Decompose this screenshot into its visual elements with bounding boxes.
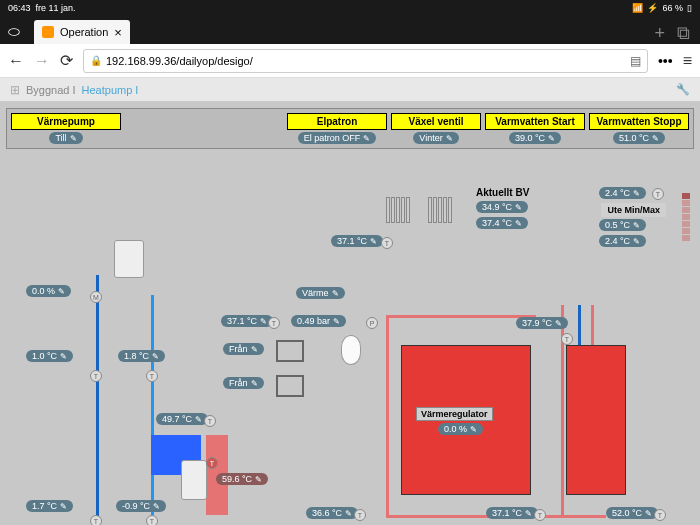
motor-icon: M	[90, 291, 102, 303]
pipe	[96, 275, 99, 525]
url-bar[interactable]: 🔒 192.168.99.36/dailyop/desigo/ ▤	[83, 49, 648, 73]
outdoor-max[interactable]: 2.4 °C✎	[599, 235, 646, 247]
heat-pump-unit	[114, 240, 144, 278]
temp-sensor: T	[534, 509, 546, 521]
control-vv-stopp: Varmvatten Stopp 51.0 °C✎	[589, 113, 689, 144]
tools-icon[interactable]: 🔧	[676, 83, 690, 96]
temp-reading-hot[interactable]: 59.6 °C✎	[216, 473, 268, 485]
temp-sensor: T	[652, 188, 664, 200]
status-bar: 06:43 fre 11 jan. 📶⚡66 %▯	[0, 0, 700, 16]
ute-minmax-label: Ute Min/Max	[601, 203, 666, 217]
outdoor-temp[interactable]: 2.4 °C✎	[599, 187, 646, 199]
pressure-reading[interactable]: 0.49 bar✎	[291, 315, 346, 327]
temp-reading[interactable]: 1.7 °C✎	[26, 500, 73, 512]
grid-icon[interactable]: ⊞	[10, 83, 20, 97]
controls-panel: Värmepump Till✎ Elpatron El patron OFF✎ …	[6, 108, 694, 149]
fran-chip[interactable]: Från✎	[223, 343, 264, 355]
battery-icon: ⚡	[647, 3, 658, 13]
menu-icon[interactable]: ≡	[683, 52, 692, 70]
tab-bar: ⬭ Operation × + ⧉	[0, 16, 700, 44]
temp-reading[interactable]: -0.9 °C✎	[116, 500, 166, 512]
back-button[interactable]: ←	[8, 52, 24, 70]
reader-icon[interactable]: ▤	[630, 54, 641, 68]
control-varmepump: Värmepump Till✎	[11, 113, 121, 144]
temp-sensor: T	[381, 237, 393, 249]
control-vv-start: Varmvatten Start 39.0 °C✎	[485, 113, 585, 144]
radiator-icon	[386, 197, 426, 223]
favicon	[42, 26, 54, 38]
breadcrumb-root[interactable]: Byggnad I	[26, 84, 76, 96]
hot-water-tank	[566, 345, 626, 495]
temp-reading[interactable]: 37.1 °C✎	[331, 235, 383, 247]
aktuellt-bv-label: Aktuellt BV	[476, 187, 529, 198]
control-header: Varmvatten Stopp	[589, 113, 689, 130]
pressure-sensor: P	[366, 317, 378, 329]
varme-chip[interactable]: Värme✎	[296, 287, 345, 299]
temp-reading[interactable]: 49.7 °C✎	[156, 413, 208, 425]
tank-top-temp[interactable]: 37.9 °C✎	[516, 317, 568, 329]
control-header: Värmepump	[11, 113, 121, 130]
breadcrumb: ⊞ Byggnad I Heatpump I 🔧	[0, 78, 700, 102]
outdoor-min[interactable]: 0.5 °C✎	[599, 219, 646, 231]
regulator-value[interactable]: 0.0 %✎	[438, 423, 483, 435]
breadcrumb-current[interactable]: Heatpump I	[82, 84, 139, 96]
pipe	[151, 295, 154, 515]
control-header: Växel ventil	[391, 113, 481, 130]
url-text: 192.168.99.36/dailyop/desigo/	[106, 55, 253, 67]
radiator-icon	[428, 197, 468, 223]
bv-value[interactable]: 34.9 °C✎	[476, 201, 528, 213]
pipe	[578, 305, 581, 345]
heating-coil	[276, 340, 304, 362]
temp-sensor: T	[146, 515, 158, 525]
new-tab-icon[interactable]: +	[654, 23, 665, 44]
page-actions[interactable]: •••	[658, 53, 673, 69]
temp-sensor: T	[90, 370, 102, 382]
control-value[interactable]: El patron OFF✎	[298, 132, 377, 144]
tabs-icon[interactable]: ⧉	[677, 23, 690, 44]
pipe	[386, 315, 536, 318]
temp-reading[interactable]: 52.0 °C✎	[606, 507, 658, 519]
regulator-label: Värmeregulator	[416, 407, 493, 421]
bv2-value[interactable]: 37.4 °C✎	[476, 217, 528, 229]
control-elpatron: Elpatron El patron OFF✎	[287, 113, 387, 144]
fran-chip[interactable]: Från✎	[223, 377, 264, 389]
level-indicator	[682, 193, 690, 241]
temp-reading[interactable]: 1.8 °C✎	[118, 350, 165, 362]
battery-pct: 66 %	[662, 3, 683, 13]
temp-sensor: T	[654, 509, 666, 521]
control-value[interactable]: 39.0 °C✎	[509, 132, 561, 144]
control-header: Elpatron	[287, 113, 387, 130]
date: fre 11 jan.	[36, 3, 76, 13]
temp-reading[interactable]: 1.0 °C✎	[26, 350, 73, 362]
temp-sensor: T	[146, 370, 158, 382]
temp-sensor: T	[90, 515, 102, 525]
control-header: Varmvatten Start	[485, 113, 585, 130]
pencil-icon: ✎	[70, 134, 77, 143]
temp-sensor-hot: T	[206, 457, 218, 469]
temp-reading[interactable]: 37.1 °C✎	[486, 507, 538, 519]
pipe	[386, 315, 389, 515]
temp-sensor: T	[354, 509, 366, 521]
temp-reading[interactable]: 36.6 °C✎	[306, 507, 358, 519]
pipe	[591, 305, 594, 345]
nav-bar: ← → ⟳ 🔒 192.168.99.36/dailyop/desigo/ ▤ …	[0, 44, 700, 78]
compressor-unit	[181, 460, 207, 500]
browser-tab[interactable]: Operation ×	[34, 20, 130, 44]
battery-box: ▯	[687, 3, 692, 13]
lock-icon: 🔒	[90, 55, 102, 66]
heating-coil	[276, 375, 304, 397]
reload-button[interactable]: ⟳	[60, 51, 73, 70]
forward-button: →	[34, 52, 50, 70]
tab-title: Operation	[60, 26, 108, 38]
pump-pct[interactable]: 0.0 %✎	[26, 285, 71, 297]
temp-sensor: T	[561, 333, 573, 345]
control-value[interactable]: Vinter✎	[413, 132, 458, 144]
control-value[interactable]: Till✎	[49, 132, 82, 144]
close-icon[interactable]: ×	[114, 25, 122, 40]
incognito-icon: ⬭	[8, 23, 20, 40]
expansion-vessel	[341, 335, 361, 365]
temp-reading[interactable]: 37.1 °C✎	[221, 315, 273, 327]
control-value[interactable]: 51.0 °C✎	[613, 132, 665, 144]
hvac-diagram: Värmeregulator 0.0 %✎ 2.4 °C✎ T Ute Min/…	[6, 155, 694, 525]
temp-sensor: T	[268, 317, 280, 329]
